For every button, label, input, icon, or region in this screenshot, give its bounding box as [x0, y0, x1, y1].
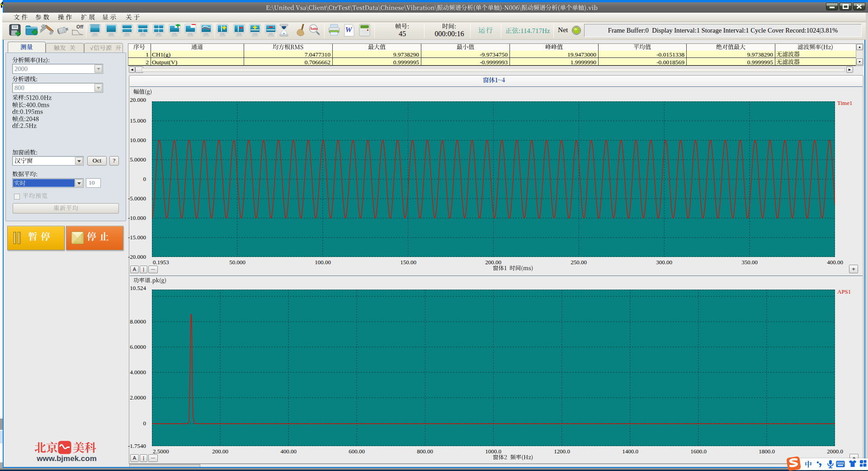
svg-text:Auto: Auto — [310, 26, 318, 31]
svg-text:Off: Off — [76, 24, 84, 29]
svg-text:W: W — [345, 25, 353, 34]
